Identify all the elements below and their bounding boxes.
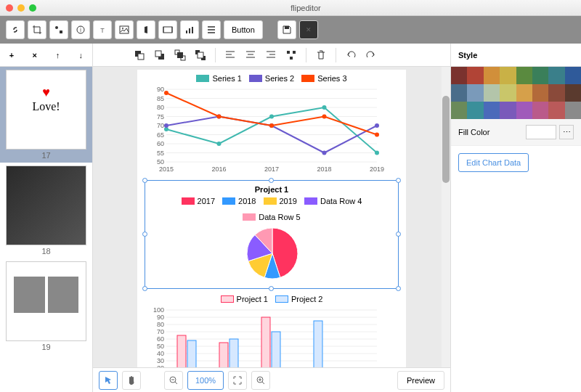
- color-swatch[interactable]: [484, 67, 500, 84]
- zoom-level[interactable]: 100%: [187, 371, 224, 390]
- svg-point-61: [269, 123, 274, 128]
- color-swatch[interactable]: [532, 67, 548, 84]
- color-swatch[interactable]: [532, 102, 548, 119]
- svg-text:100: 100: [153, 306, 164, 314]
- color-swatch[interactable]: [451, 102, 467, 119]
- maximize-window[interactable]: [29, 4, 36, 12]
- svg-point-59: [164, 91, 168, 95]
- move-page-up[interactable]: ↑: [50, 48, 65, 62]
- trash-icon[interactable]: [312, 46, 330, 64]
- button-tool[interactable]: Button: [224, 20, 263, 39]
- color-swatch[interactable]: [516, 84, 532, 102]
- delete-button[interactable]: ✕: [299, 20, 318, 39]
- svg-rect-91: [229, 339, 238, 367]
- canvas-viewport[interactable]: Series 1Series 2Series 3 505560657075808…: [93, 67, 450, 367]
- fill-color-row: Fill Color ⋯: [451, 119, 581, 146]
- svg-text:70: 70: [157, 328, 164, 335]
- align-right-icon[interactable]: [262, 46, 280, 64]
- add-page[interactable]: +: [4, 48, 19, 62]
- svg-text:70: 70: [157, 122, 164, 129]
- color-swatch[interactable]: [467, 84, 483, 102]
- color-swatch[interactable]: [500, 102, 516, 119]
- zoom-out[interactable]: [164, 371, 183, 390]
- svg-text:55: 55: [157, 150, 164, 157]
- color-swatch[interactable]: [532, 84, 548, 102]
- preview-button[interactable]: Preview: [397, 371, 444, 390]
- zoom-in[interactable]: [251, 371, 270, 390]
- color-swatch[interactable]: [500, 84, 516, 102]
- canvas-page: Series 1Series 2Series 3 505560657075808…: [137, 70, 406, 367]
- bring-front-icon[interactable]: [171, 46, 189, 64]
- svg-text:80: 80: [157, 321, 164, 328]
- color-swatch[interactable]: [451, 67, 467, 84]
- bring-forward-icon[interactable]: [131, 46, 148, 64]
- color-swatch[interactable]: [484, 102, 500, 119]
- close-window[interactable]: [6, 4, 13, 12]
- list-tool[interactable]: [202, 20, 221, 39]
- color-swatch[interactable]: [467, 67, 483, 84]
- link-tool[interactable]: [6, 20, 25, 39]
- image-tool[interactable]: [115, 20, 134, 39]
- window-controls: [6, 4, 36, 12]
- distribute-icon[interactable]: [283, 46, 300, 64]
- fit-screen[interactable]: [228, 371, 247, 390]
- info-tool[interactable]: i: [71, 20, 90, 39]
- minimize-window[interactable]: [17, 4, 25, 12]
- svg-text:60: 60: [157, 140, 164, 147]
- shape-tool[interactable]: [49, 20, 68, 39]
- remove-page[interactable]: ×: [28, 48, 42, 62]
- thumbnail-18[interactable]: 18: [0, 163, 92, 258]
- line-chart[interactable]: Series 1Series 2Series 3 505560657075808…: [137, 70, 406, 179]
- svg-point-63: [375, 133, 379, 137]
- color-swatch[interactable]: [548, 102, 564, 119]
- svg-text:2017: 2017: [264, 166, 279, 173]
- hand-tool[interactable]: [122, 371, 141, 390]
- svg-text:30: 30: [157, 357, 164, 364]
- color-swatch[interactable]: [565, 102, 581, 119]
- crop-tool[interactable]: [28, 20, 46, 39]
- color-swatch[interactable]: [484, 84, 500, 102]
- page-sidebar: + × ↑ ↓ ♥Love! 17 18 19: [0, 44, 93, 392]
- svg-rect-8: [186, 30, 187, 33]
- svg-rect-24: [293, 51, 296, 54]
- undo-icon[interactable]: [342, 46, 359, 64]
- color-swatch[interactable]: [548, 84, 564, 102]
- pointer-tool[interactable]: [99, 371, 118, 390]
- color-swatch[interactable]: [500, 67, 516, 84]
- more-colors[interactable]: ⋯: [559, 125, 574, 139]
- audio-tool[interactable]: [137, 20, 155, 39]
- color-swatch[interactable]: [451, 84, 467, 102]
- color-swatch[interactable]: [565, 67, 581, 84]
- bar-chart[interactable]: Project 1Project 2 010203040506070809010…: [137, 290, 406, 367]
- svg-rect-25: [290, 57, 293, 60]
- svg-rect-87: [177, 335, 186, 367]
- color-swatch[interactable]: [516, 102, 532, 119]
- svg-text:i: i: [80, 26, 81, 33]
- canvas-scrollbar[interactable]: [442, 67, 450, 367]
- send-back-icon[interactable]: [192, 46, 209, 64]
- color-swatch[interactable]: [467, 102, 483, 119]
- align-center-icon[interactable]: [242, 46, 259, 64]
- svg-rect-11: [285, 26, 289, 29]
- thumbnail-17[interactable]: ♥Love! 17: [0, 67, 92, 163]
- color-swatches: [451, 67, 581, 119]
- chart-tool[interactable]: [180, 20, 199, 39]
- pie-chart[interactable]: Project 1 201720182019Data Row 4Data Row…: [145, 180, 399, 289]
- video-tool[interactable]: [158, 20, 177, 39]
- thumbnail-19[interactable]: 19: [0, 258, 92, 354]
- send-backward-icon[interactable]: [151, 46, 168, 64]
- color-swatch[interactable]: [548, 67, 564, 84]
- redo-icon[interactable]: [362, 46, 380, 64]
- edit-chart-data-button[interactable]: Edit Chart Data: [458, 153, 529, 172]
- svg-rect-96: [314, 321, 322, 367]
- save-button[interactable]: [277, 20, 296, 39]
- align-left-icon[interactable]: [222, 46, 239, 64]
- text-tool[interactable]: T: [93, 20, 112, 39]
- svg-text:80: 80: [157, 104, 164, 111]
- svg-text:85: 85: [157, 95, 164, 102]
- fill-color-well[interactable]: [526, 125, 556, 139]
- svg-text:60: 60: [157, 335, 164, 343]
- color-swatch[interactable]: [565, 84, 581, 102]
- color-swatch[interactable]: [516, 67, 532, 84]
- move-page-down[interactable]: ↓: [73, 48, 88, 62]
